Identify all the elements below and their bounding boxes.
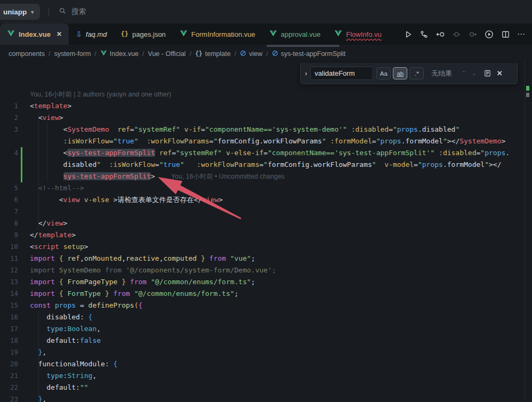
- tab-label: FormInformation.vue: [191, 30, 255, 38]
- code-line-text: type:String,: [30, 370, 96, 382]
- close-icon[interactable]: ✕: [57, 30, 62, 38]
- arrow-down-icon: ⇩: [76, 30, 82, 38]
- code-line-text: <template>: [30, 100, 71, 112]
- breadcrumb-item[interactable]: system-form: [54, 50, 91, 58]
- title-bar: uniapp ▾ 搜索: [0, 0, 532, 23]
- tab-label: pages.json: [132, 30, 166, 38]
- code-line-text: const props = defineProps({: [30, 300, 142, 311]
- code-row[interactable]: 2<view>: [0, 112, 532, 124]
- code-row[interactable]: 7: [0, 206, 532, 218]
- project-name: uniapp: [3, 8, 27, 16]
- code-row[interactable]: disabled" :isWorkFlow="true" :workFlowPa…: [0, 159, 532, 171]
- code-row[interactable]: 18default:false: [0, 335, 532, 347]
- code-line-text: <view>: [30, 112, 63, 124]
- match-case-toggle[interactable]: Aa: [376, 67, 391, 79]
- code-editor[interactable]: You, 16小时前 | 2 authors (yaoyn and one ot…: [0, 59, 532, 402]
- code-content[interactable]: You, 16小时前 | 2 authors (yaoyn and one ot…: [0, 59, 532, 402]
- code-row[interactable]: 15const props = defineProps({: [0, 300, 532, 311]
- code-row[interactable]: 21type:String,: [0, 370, 532, 382]
- code-line-text: },: [30, 347, 46, 358]
- tab-flowinfo-vue[interactable]: FlowInfo.vu: [327, 23, 388, 45]
- code-row[interactable]: 3<SystemDemo ref="systemRef" v-if="compo…: [0, 124, 532, 135]
- find-input[interactable]: [310, 67, 373, 80]
- breadcrumb-separator: /: [266, 50, 268, 58]
- line-number: 15: [0, 300, 18, 311]
- code-row[interactable]: sys-test-appFormSplit>You, 16小时前 • Uncom…: [0, 171, 532, 182]
- code-line-text: default:"": [30, 382, 88, 393]
- line-number: [0, 171, 18, 182]
- tab-index-vue[interactable]: Index.vue ✕: [0, 23, 69, 45]
- chevron-down-icon: ▾: [31, 9, 34, 15]
- tab-forminformation-vue[interactable]: FormInformation.vue: [173, 23, 262, 45]
- code-row[interactable]: 19},: [0, 347, 532, 358]
- ring-icon[interactable]: [452, 30, 461, 39]
- debug-run-icon[interactable]: [484, 29, 494, 39]
- code-row[interactable]: :isWorkFlow="true" :workFlowParams="form…: [0, 135, 532, 147]
- code-row[interactable]: 9</template>: [0, 229, 532, 241]
- find-previous-button[interactable]: ⌃: [458, 70, 469, 77]
- code-line-text: </template>: [30, 229, 76, 241]
- code-line-text: default:false: [30, 335, 101, 347]
- project-menu-button[interactable]: uniapp ▾: [0, 4, 40, 20]
- code-row[interactable]: 16disabled: {: [0, 311, 532, 323]
- code-row[interactable]: 5<!--html-->: [0, 182, 532, 194]
- line-number: 4: [0, 147, 18, 159]
- code-row[interactable]: 20functionalModule: {: [0, 358, 532, 370]
- code-line-text: type:Boolean,: [30, 323, 101, 335]
- titlebar-divider: [49, 7, 49, 16]
- line-number: 11: [0, 253, 18, 264]
- breadcrumb-item[interactable]: Index.vue: [100, 50, 139, 58]
- git-graph-icon[interactable]: [420, 30, 429, 39]
- open-changes-icon[interactable]: [436, 30, 445, 39]
- braces-icon: {}: [121, 30, 128, 38]
- tab-faq-md[interactable]: ⇩ faq.md: [69, 23, 114, 45]
- ring-arrow-icon[interactable]: [468, 30, 477, 39]
- breadcrumb-item[interactable]: {} template: [195, 50, 231, 58]
- whole-word-toggle[interactable]: ab: [393, 67, 407, 79]
- tab-label: FlowInfo.vu: [346, 30, 381, 38]
- breadcrumb-item[interactable]: view: [240, 50, 262, 58]
- code-row[interactable]: 17type:Boolean,: [0, 323, 532, 335]
- breadcrumb-item[interactable]: sys-test-appFormSplit: [272, 50, 346, 58]
- global-search[interactable]: 搜索: [59, 7, 86, 17]
- gutter-change-bar: [21, 147, 22, 159]
- code-line-text: disabled: {: [30, 311, 92, 323]
- tabbar-scrollbar[interactable]: [267, 45, 340, 47]
- more-actions-icon[interactable]: ⋯: [517, 29, 526, 39]
- tab-label: faq.md: [86, 30, 107, 38]
- code-row[interactable]: 10<script setup>: [0, 241, 532, 253]
- symbol-icon: [272, 50, 278, 58]
- code-row[interactable]: You, 16小时前 | 2 authors (yaoyn and one ot…: [0, 89, 532, 100]
- find-results-label: 无结果: [431, 69, 452, 78]
- code-row[interactable]: 14import { FormType } from "@/common/enu…: [0, 288, 532, 300]
- run-button[interactable]: [404, 30, 413, 39]
- close-icon[interactable]: ✕: [495, 69, 505, 77]
- split-editor-icon[interactable]: [501, 30, 510, 39]
- code-row[interactable]: 4<sys-test-appFormSplit ref="systemRef" …: [0, 147, 532, 159]
- tab-approval-vue[interactable]: approval.vue: [262, 23, 327, 45]
- breadcrumb-item[interactable]: components: [9, 50, 45, 58]
- code-row[interactable]: 11import { ref,onMounted,reactive,comput…: [0, 253, 532, 264]
- vue-icon: [180, 30, 188, 38]
- code-row[interactable]: 13import { FromPageType } from "@/common…: [0, 276, 532, 288]
- find-next-button[interactable]: ⌄: [469, 70, 479, 77]
- code-line-text: import { ref,onMounted,reactive,computed…: [30, 253, 255, 264]
- find-expand-toggle[interactable]: ›: [304, 69, 310, 77]
- vue-icon: [269, 30, 277, 38]
- overview-ruler[interactable]: [525, 59, 525, 402]
- code-row[interactable]: 12import SystemDemo from '@/components/s…: [0, 264, 532, 276]
- code-row[interactable]: 1<template>: [0, 100, 532, 112]
- line-number: 21: [0, 370, 18, 382]
- search-icon: [59, 7, 67, 17]
- code-row[interactable]: 22default:"": [0, 382, 532, 393]
- line-number: 14: [0, 288, 18, 300]
- code-row[interactable]: 8</view>: [0, 218, 532, 229]
- breadcrumb-item[interactable]: Vue - Official: [148, 50, 186, 58]
- find-in-selection-icon[interactable]: [483, 69, 491, 77]
- search-placeholder: 搜索: [71, 7, 86, 17]
- code-row[interactable]: 6<view v-else >请检查表单文件是否存在</view>: [0, 194, 532, 206]
- tab-pages-json[interactable]: {} pages.json: [114, 23, 173, 45]
- regex-toggle[interactable]: .*: [409, 67, 424, 79]
- line-number: 19: [0, 347, 18, 358]
- code-row[interactable]: 23},: [0, 393, 532, 402]
